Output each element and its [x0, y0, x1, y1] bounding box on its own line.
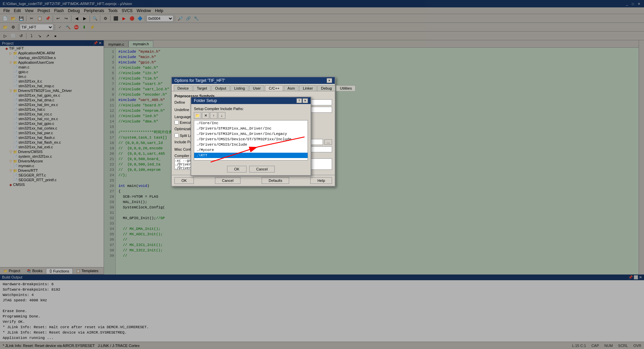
folder-title: Folder Setup [194, 98, 217, 103]
options-titlebar: Options for Target 'TIF_HFT' ✕ [172, 77, 335, 84]
folder-cancel-btn[interactable]: Cancel [249, 166, 275, 172]
folder-bottom-buttons: OK Cancel [191, 163, 311, 175]
options-help-btn[interactable]: Help [310, 177, 332, 184]
options-defaults-btn[interactable]: Defaults [262, 177, 289, 184]
options-titlebar-controls: ✕ [327, 78, 332, 83]
folder-titlebar-controls: ? ✕ [297, 98, 308, 103]
opt-tab-asm[interactable]: Asm [284, 85, 299, 91]
modal-overlay[interactable]: Options for Target 'TIF_HFT' ✕ Device Ta… [0, 0, 644, 349]
folder-toolbar: 📁 ✕ ↑ ↓ [194, 112, 308, 119]
folder-path-item[interactable]: ./Mycore [194, 147, 308, 153]
opt-tab-cpp[interactable]: C/C++ [265, 85, 283, 91]
folder-setup-label: Setup Compiler Include Paths: [194, 107, 308, 111]
folder-help-btn[interactable]: ? [297, 98, 302, 103]
split-check[interactable] [174, 133, 179, 138]
folder-path-item[interactable]: ./Drivers/CMSIS/Device/ST/STM32F1xx/Incl… [194, 137, 308, 142]
options-title: Options for Target 'TIF_HFT' [174, 78, 225, 83]
opt-tab-device[interactable]: Device [174, 85, 193, 91]
opt-tab-utilities[interactable]: Utilities [336, 85, 355, 91]
folder-path-item[interactable]: ./Drivers/CMSIS/Include [194, 142, 308, 147]
opt-tab-linker[interactable]: Linker [299, 85, 317, 91]
options-tabs: Device Target Output Listing User C/C++ … [172, 84, 335, 91]
folder-delete-btn[interactable]: ✕ [202, 112, 209, 119]
folder-path-item[interactable]: ./Core/Inc [194, 120, 308, 126]
options-close-btn[interactable]: ✕ [327, 78, 332, 83]
folder-list[interactable]: ./Core/Inc ./Drivers/STM32F1xx_HAL_Drive… [194, 120, 308, 160]
folder-down-btn[interactable]: ↓ [218, 112, 225, 119]
opt-tab-output[interactable]: Output [211, 85, 230, 91]
folder-content: Setup Compiler Include Paths: 📁 ✕ ↑ ↓ ./… [191, 104, 311, 163]
folder-titlebar: Folder Setup ? ✕ [191, 97, 311, 104]
folder-path-item[interactable]: ./Drivers/STM32F1xx_HAL_Driver/Inc/Legac… [194, 131, 308, 137]
folder-up-btn[interactable]: ↑ [210, 112, 217, 119]
opt-tab-debug[interactable]: Debug [317, 85, 335, 91]
opt-tab-listing[interactable]: Listing [230, 85, 249, 91]
options-bottom-buttons: OK Cancel Defaults Help [172, 175, 335, 186]
opt-tab-target[interactable]: Target [193, 85, 211, 91]
include-paths-browse-btn[interactable]: ... [324, 139, 332, 145]
execute-only-check[interactable] [174, 120, 179, 124]
folder-path-item-rtt[interactable]: .\RTT [194, 153, 308, 158]
opt-tab-user[interactable]: User [249, 85, 264, 91]
folder-dialog: Folder Setup ? ✕ Setup Compiler Include … [191, 97, 311, 176]
folder-new-btn[interactable]: 📁 [194, 112, 201, 119]
folder-close-btn[interactable]: ✕ [303, 98, 308, 103]
folder-path-item[interactable]: ./Drivers/STM32F1xx_HAL_Driver/Inc [194, 126, 308, 131]
folder-ok-btn[interactable]: OK [227, 166, 247, 172]
options-ok-btn[interactable]: OK [174, 177, 194, 184]
options-cancel-btn[interactable]: Cancel [215, 177, 240, 184]
